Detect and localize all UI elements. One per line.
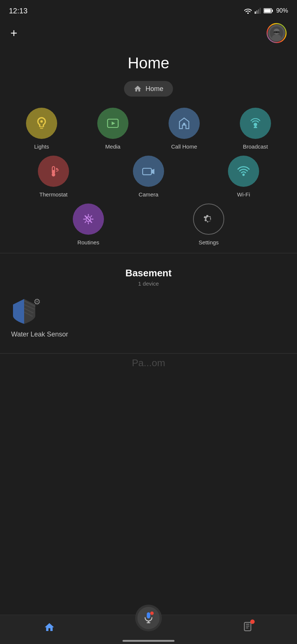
page-title: Home: [128, 54, 169, 72]
main-icon-grid-row3: Routines Settings: [0, 204, 297, 245]
home-indicator: [123, 640, 174, 642]
mic-fab-button[interactable]: [99, 612, 198, 631]
svg-point-16: [183, 123, 185, 125]
thermostat-button[interactable]: Thermostat: [7, 156, 99, 198]
wifi-circle: [228, 156, 259, 187]
camera-icon: [141, 164, 156, 178]
routines-circle: [73, 204, 104, 235]
svg-rect-1: [256, 10, 257, 14]
lights-label: Lights: [34, 143, 49, 150]
settings-circle: [193, 204, 224, 235]
status-time: 12:13: [9, 7, 27, 15]
device-icon-wrapper: ⚙: [11, 297, 41, 327]
basement-device-count: 1 device: [0, 280, 297, 287]
svg-rect-3: [260, 8, 261, 14]
settings-button[interactable]: Settings: [150, 204, 267, 245]
wifi-status-icon: [244, 8, 252, 14]
broadcast-icon: [248, 116, 262, 130]
svg-point-21: [52, 173, 55, 177]
callhome-button[interactable]: Call Home: [150, 108, 218, 150]
callhome-label: Call Home: [171, 143, 197, 150]
device-gear-icon: ⚙: [33, 297, 41, 307]
main-icon-grid-row2: Thermostat Camera Wi-Fi: [0, 156, 297, 198]
callhome-circle: [169, 108, 200, 139]
media-icon: [106, 116, 120, 130]
signal-icon: [255, 8, 261, 14]
svg-marker-15: [112, 121, 115, 125]
settings-icon: [202, 212, 216, 226]
mic-fab[interactable]: [135, 605, 162, 631]
svg-point-43: [150, 612, 154, 615]
svg-rect-5: [272, 10, 273, 12]
svg-line-33: [85, 222, 86, 222]
lights-icon: [34, 116, 49, 131]
mic-inner: [137, 607, 160, 629]
activity-badge-wrapper: [242, 621, 253, 634]
water-leak-sensor-name: Water Leak Sensor: [11, 331, 68, 338]
camera-label: Camera: [138, 191, 158, 198]
svg-rect-0: [255, 12, 256, 14]
top-bar: +: [0, 19, 297, 47]
svg-rect-44: [244, 622, 251, 631]
thermostat-label: Thermostat: [39, 191, 68, 198]
broadcast-circle: [240, 108, 271, 139]
svg-rect-22: [143, 168, 151, 175]
svg-point-18: [254, 123, 257, 126]
home-title-section: Home Home: [0, 54, 297, 97]
svg-line-32: [91, 216, 92, 217]
settings-label: Settings: [199, 239, 219, 245]
battery-text: 90%: [276, 7, 288, 14]
thermostat-icon: [46, 164, 61, 178]
svg-point-13: [40, 120, 43, 123]
thermostat-circle: [38, 156, 69, 187]
pa-section: Pa...om: [0, 354, 297, 369]
avatar-image: [270, 26, 283, 40]
media-button[interactable]: Media: [79, 108, 147, 150]
battery-icon: [264, 8, 273, 14]
nav-activity-button[interactable]: [198, 621, 297, 634]
svg-point-10: [274, 31, 276, 33]
status-bar: 12:13 90%: [0, 0, 297, 19]
home-pill-label: Home: [146, 85, 163, 93]
home-pill-icon: [134, 85, 142, 93]
routines-label: Routines: [77, 239, 99, 245]
basement-title: Basement: [0, 267, 297, 279]
water-leak-sensor-card[interactable]: ⚙ Water Leak Sensor: [0, 290, 297, 346]
avatar[interactable]: [267, 23, 287, 43]
svg-point-11: [277, 31, 279, 33]
svg-point-35: [207, 218, 210, 221]
mic-icon: [143, 611, 154, 625]
camera-button[interactable]: Camera: [102, 156, 195, 198]
svg-rect-6: [264, 9, 271, 13]
avatar-inner: [268, 25, 285, 42]
lights-button[interactable]: Lights: [7, 108, 76, 150]
camera-circle: [133, 156, 164, 187]
activity-notification-badge: [250, 619, 255, 624]
main-icon-grid-row1: Lights Media Call Home: [0, 108, 297, 150]
lights-circle: [26, 108, 57, 139]
svg-rect-40: [147, 612, 150, 618]
basement-section-header: Basement 1 device: [0, 257, 297, 290]
callhome-icon: [177, 116, 191, 130]
home-pill-button[interactable]: Home: [124, 81, 173, 97]
routines-button[interactable]: Routines: [30, 204, 147, 245]
wifi-button[interactable]: Wi-Fi: [198, 156, 290, 198]
svg-point-24: [242, 173, 245, 176]
svg-rect-2: [258, 9, 259, 14]
section-divider: [0, 253, 297, 253]
broadcast-button[interactable]: Broadcast: [221, 108, 290, 150]
nav-home-button[interactable]: [0, 622, 99, 633]
pa-text: Pa...om: [132, 357, 165, 368]
wifi-icon: [236, 164, 251, 178]
media-label: Media: [105, 143, 121, 150]
nav-home-icon: [44, 622, 55, 633]
broadcast-label: Broadcast: [243, 143, 268, 150]
status-icons: 90%: [244, 7, 288, 14]
add-button[interactable]: +: [10, 27, 17, 39]
wifi-label: Wi-Fi: [237, 191, 250, 198]
routines-icon: [81, 212, 95, 226]
media-circle: [97, 108, 128, 139]
